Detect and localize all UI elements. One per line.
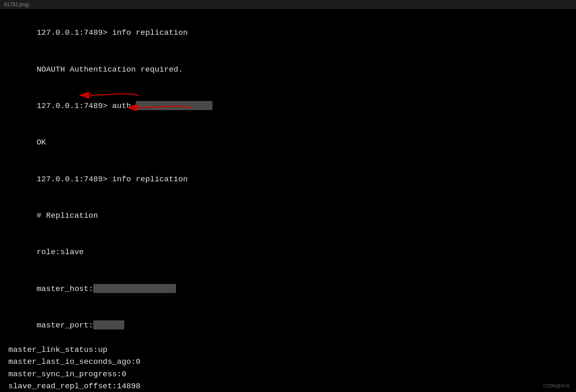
watermark: CSDN@S×S xyxy=(543,382,569,390)
terminal-line: # Replication xyxy=(8,198,568,234)
terminal-line: 127.0.0.1:7489> info replication xyxy=(8,15,568,51)
terminal-line: slave_read_repl_offset:14898 xyxy=(8,380,568,392)
terminal-line: 127.0.0.1:7489> auth xyxy=(8,88,568,125)
terminal-line-role: role:slave xyxy=(8,234,568,271)
terminal-line: 127.0.0.1:7489> info replication xyxy=(8,161,568,197)
terminal-line-master-port: master_port: xyxy=(8,308,568,344)
top-bar: 81782.png) xyxy=(0,0,576,9)
terminal-line: master_last_io_seconds_ago:0 xyxy=(8,356,568,368)
terminal-line: OK xyxy=(8,125,568,161)
terminal-line-master-host: master_host: xyxy=(8,271,568,307)
terminal-wrapper: 81782.png) 127.0.0.1:7489> info replicat… xyxy=(0,0,576,392)
terminal-line: master_sync_in_progress:0 xyxy=(8,368,568,380)
redacted-master-port xyxy=(93,320,124,329)
top-bar-text: 81782.png) xyxy=(4,2,29,7)
redacted-master-host xyxy=(93,284,176,293)
terminal-line: NOAUTH Authentication required. xyxy=(8,51,568,88)
redacted-password xyxy=(136,101,212,110)
terminal-line: master_link_status:up xyxy=(8,344,568,356)
terminal-content[interactable]: 127.0.0.1:7489> info replication NOAUTH … xyxy=(0,9,576,392)
